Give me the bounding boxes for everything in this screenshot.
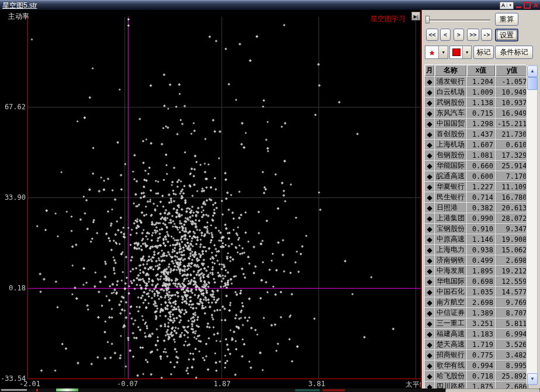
expand-panel-button[interactable]: ▶| bbox=[411, 12, 420, 20]
close-button[interactable]: × bbox=[533, 2, 538, 9]
stock-name-cell: 上港集团 bbox=[435, 213, 466, 223]
table-row[interactable]: ◆招商银行0.7753.482 bbox=[425, 350, 529, 360]
stock-name-cell: 中国石化 bbox=[435, 287, 466, 297]
table-row[interactable]: ◆日照港0.38220.613 bbox=[425, 203, 529, 213]
font-menu-button[interactable]: A ▼ bbox=[500, 2, 514, 9]
name-column-header[interactable]: 名称 bbox=[435, 65, 466, 76]
slider-handle[interactable] bbox=[425, 16, 430, 23]
table-row[interactable]: ◆首创股份1.43721.730 bbox=[425, 129, 529, 139]
table-row[interactable]: ◆华电国际0.69812.559 bbox=[425, 276, 529, 286]
nav-goto-button[interactable]: -> bbox=[481, 29, 492, 41]
table-row[interactable]: ◆济南钢铁0.4992.698 bbox=[425, 255, 529, 265]
recalculate-button[interactable]: 重算 bbox=[495, 13, 518, 26]
table-row[interactable]: ◆上港集团0.99028.072 bbox=[425, 213, 529, 223]
window-title: 星空图5.str bbox=[2, 1, 37, 11]
y-value-cell: 15.062 bbox=[496, 245, 529, 255]
table-row[interactable]: ◆南方航空2.6989.769 bbox=[425, 297, 529, 307]
chevron-down-icon[interactable]: ▼ bbox=[438, 46, 448, 58]
row-marker-icon: ◆ bbox=[425, 171, 434, 181]
table-row[interactable]: ◆中信证券1.3898.707 bbox=[425, 308, 529, 318]
y-value-cell: 11.109 bbox=[496, 182, 529, 192]
y-value-cell: 12.559 bbox=[496, 276, 529, 286]
table-row[interactable]: ◆民生银行0.71416.780 bbox=[425, 192, 529, 202]
scatter-canvas[interactable] bbox=[0, 10, 421, 389]
table-row[interactable]: ◆中国石化1.03514.577 bbox=[425, 287, 529, 297]
window-controls: A ▼ × bbox=[500, 1, 538, 9]
maximize-button[interactable] bbox=[524, 2, 531, 9]
settings-button[interactable]: 设置 bbox=[495, 29, 518, 41]
y-value-cell: 19.212 bbox=[496, 266, 529, 276]
bottom-edge-strip bbox=[0, 388, 540, 392]
stock-name-cell: 包钢股份 bbox=[435, 150, 466, 160]
table-row[interactable]: ◆楚天高速1.7193.526 bbox=[425, 339, 529, 349]
x-value-cell: 1.607 bbox=[467, 140, 495, 150]
x-value-cell: 0.715 bbox=[467, 108, 495, 118]
stock-name-cell: 中海发展 bbox=[435, 266, 466, 276]
conditional-mark-button[interactable]: 条件标记 bbox=[495, 46, 533, 59]
table-row[interactable]: ◆哈飞股份0.71825.892 bbox=[425, 371, 529, 381]
taskbar-fragment bbox=[295, 389, 320, 391]
scrollbar-thumb[interactable] bbox=[527, 77, 538, 90]
table-row[interactable]: ◆浦发银行1.204-1.057 bbox=[425, 77, 529, 86]
x-tick-label: -0.07 bbox=[115, 380, 140, 388]
minimize-button[interactable] bbox=[516, 2, 521, 9]
table-row[interactable]: ◆中国国贸1.298-15.211 bbox=[425, 119, 529, 129]
learn-link[interactable]: 星空图学习 bbox=[371, 14, 406, 24]
x-value-cell: 1.437 bbox=[467, 129, 495, 139]
nav-prev-button[interactable]: < bbox=[440, 29, 451, 41]
y-value-cell: 9.347 bbox=[496, 224, 529, 234]
table-scrollbar[interactable]: ▲ ▼ bbox=[526, 64, 538, 384]
row-marker-icon: ◆ bbox=[425, 371, 434, 381]
row-marker-icon: ◆ bbox=[425, 213, 434, 223]
y-column-header[interactable]: y值 bbox=[496, 65, 529, 76]
taskbar-fragment bbox=[36, 389, 38, 391]
marker-style-dropdown[interactable]: * ▼ bbox=[425, 46, 448, 59]
table-row[interactable]: ◆歌华有线0.9948.995 bbox=[425, 360, 529, 370]
table-row[interactable]: ◆东风汽车0.71516.949 bbox=[425, 108, 529, 118]
chevron-down-icon[interactable]: ▼ bbox=[462, 46, 471, 58]
stock-name-cell: 歌华有线 bbox=[435, 360, 466, 370]
x-value-cell: 1.389 bbox=[467, 308, 495, 318]
table-row[interactable]: ◆白云机场1.00910.949 bbox=[425, 87, 529, 97]
stock-name-cell: 首创股份 bbox=[435, 129, 466, 139]
mark-button[interactable]: 标记 bbox=[473, 46, 494, 59]
red-star-marker-icon: * bbox=[425, 46, 438, 58]
table-row[interactable]: ◆上海机场1.6070.610 bbox=[425, 140, 529, 150]
table-row[interactable]: ◆上海电力0.93815.062 bbox=[425, 245, 529, 255]
table-row[interactable]: ◆宝钢股份0.9109.347 bbox=[425, 224, 529, 234]
table-row[interactable]: ◆中海发展1.89519.212 bbox=[425, 266, 529, 276]
x-value-cell: 1.183 bbox=[467, 329, 495, 339]
x-value-cell: 1.146 bbox=[467, 234, 495, 244]
scroll-down-button[interactable]: ▼ bbox=[527, 373, 538, 385]
row-marker-icon: ◆ bbox=[425, 245, 434, 255]
marker-column-header[interactable]: 月 bbox=[425, 65, 434, 76]
stock-name-cell: 上海电力 bbox=[435, 245, 466, 255]
table-row[interactable]: ◆三一重工3.2515.811 bbox=[425, 318, 529, 328]
y-tick-label: 67.62 bbox=[1, 103, 26, 111]
table-header-row: 月 名称 x值 y值 bbox=[425, 65, 529, 76]
x-column-header[interactable]: x值 bbox=[467, 65, 495, 76]
table-row[interactable]: ◆华夏银行1.22711.109 bbox=[425, 182, 529, 192]
row-marker-icon: ◆ bbox=[425, 318, 434, 328]
stock-name-cell: 福建高速 bbox=[435, 329, 466, 339]
row-marker-icon: ◆ bbox=[425, 182, 434, 192]
table-row[interactable]: ◆中原高速1.14619.908 bbox=[425, 234, 529, 244]
scatter-chart: 主动率 星空图学习 ▶| 太平线 -2.01-0.071.873.81 67.6… bbox=[0, 10, 422, 392]
table-row[interactable]: ◆武钢股份1.13810.937 bbox=[425, 98, 529, 107]
nav-next-button[interactable]: > bbox=[454, 29, 464, 41]
row-marker-icon: ◆ bbox=[425, 119, 434, 129]
table-row[interactable]: ◆包钢股份1.08117.329 bbox=[425, 150, 529, 160]
marker-color-dropdown[interactable]: ▼ bbox=[449, 46, 472, 59]
x-value-cell: 1.081 bbox=[467, 150, 495, 160]
row-marker-icon: ◆ bbox=[425, 140, 434, 150]
y-value-cell: 5.811 bbox=[496, 318, 529, 328]
x-value-cell: 1.298 bbox=[467, 119, 495, 129]
zoom-slider[interactable] bbox=[425, 15, 491, 25]
nav-last-button[interactable]: >> bbox=[467, 29, 479, 41]
table-row[interactable]: ◆皖通高速0.6007.170 bbox=[425, 171, 529, 181]
nav-first-button[interactable]: << bbox=[426, 29, 438, 41]
row-marker-icon: ◆ bbox=[425, 87, 434, 97]
table-row[interactable]: ◆华能国际0.66025.914 bbox=[425, 161, 529, 171]
table-row[interactable]: ◆福建高速1.1836.994 bbox=[425, 329, 529, 339]
scroll-up-button[interactable]: ▲ bbox=[527, 65, 538, 77]
